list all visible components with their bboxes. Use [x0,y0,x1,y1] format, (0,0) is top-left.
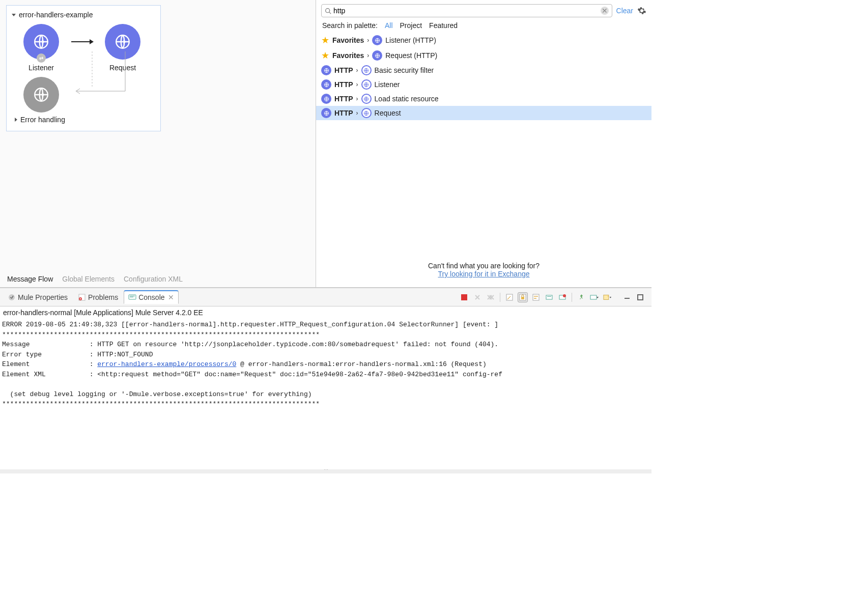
svg-rect-29 [547,296,551,297]
console-element-link[interactable]: error-handlers-example/processors/0 [97,360,236,368]
palette-item[interactable]: HTTP › Basic security filter [316,63,651,77]
tab-problems[interactable]: Problems [73,291,123,304]
filter-project[interactable]: Project [400,21,422,30]
view-tabbar: Mule Properties Problems Console ✕ [0,288,651,306]
chevron-right-icon: › [367,52,369,59]
palette-search-input[interactable] [331,7,601,15]
palette-category: Favorites [332,36,364,44]
chevron-right-icon: › [367,37,369,44]
scroll-lock-button[interactable] [518,292,528,302]
tab-console[interactable]: Console ✕ [124,290,178,304]
chevron-right-icon: › [356,67,358,74]
expand-toggle-icon[interactable] [15,118,17,122]
palette-category: Favorites [332,51,364,60]
tab-mule-properties[interactable]: Mule Properties [3,291,72,304]
flow-title-row[interactable]: error-handlers-example [11,9,156,24]
console-output[interactable]: ERROR 2019-08-05 21:49:38,323 [[error-ha… [0,319,651,414]
operation-icon [361,65,372,75]
open-console-menu[interactable] [589,292,600,302]
canvas-area[interactable]: error-handlers-example ⇄ Listener [0,0,316,271]
palette-item[interactable]: ★ Favorites › Request (HTTP) [316,48,651,63]
flow-title: error-handlers-example [19,11,93,19]
svg-rect-23 [461,294,467,300]
pin-console-button[interactable] [576,292,586,302]
star-icon: ★ [321,50,329,61]
palette-category: HTTP [334,95,353,103]
chevron-right-icon: › [356,95,358,102]
remove-all-button[interactable] [486,292,496,302]
operation-icon [372,50,382,61]
operation-icon [361,94,372,104]
tab-message-flow[interactable]: Message Flow [7,275,53,283]
palette-item[interactable]: HTTP › Request [316,106,651,120]
ghost-node[interactable] [16,77,67,113]
palette-results: ★ Favorites › Listener (HTTP)★ Favorites… [316,33,651,258]
svg-rect-21 [130,296,135,296]
flow-arrow [67,24,97,45]
svg-rect-22 [130,297,133,297]
globe-icon [23,77,59,113]
message-flow-canvas: error-handlers-example ⇄ Listener [0,0,316,287]
display-selected-button[interactable] [557,292,568,302]
svg-point-17 [9,294,15,300]
palette-item[interactable]: HTTP › Load static resource [316,92,651,106]
palette-item-label: Request [375,109,401,117]
svg-rect-32 [590,295,597,299]
error-handling-section[interactable]: Error handling [11,113,156,127]
maximize-view-button[interactable] [635,292,645,302]
palette-item[interactable]: ★ Favorites › Listener (HTTP) [316,33,651,48]
error-handling-label: Error handling [20,116,65,124]
palette-item[interactable]: HTTP › Listener [316,77,651,92]
console-run-header: error-handlers-normal [Mule Applications… [0,306,651,319]
bottom-panel: Mule Properties Problems Console ✕ [0,288,651,473]
svg-line-6 [329,12,331,13]
svg-rect-26 [521,297,524,299]
palette-item-label: Basic security filter [375,66,434,74]
exchange-badge-icon: ⇄ [37,53,46,63]
connector-icon [321,94,331,104]
filter-featured[interactable]: Featured [429,21,458,30]
properties-icon [8,293,16,301]
filter-all[interactable]: All [385,21,393,30]
mule-palette: ✕ Clear Search in palette: All Project F… [316,0,651,287]
new-console-menu[interactable] [603,292,613,302]
palette-search-box[interactable]: ✕ [321,4,612,17]
palette-category: HTTP [334,66,353,74]
connector-icon [321,65,331,75]
close-tab-icon[interactable]: ✕ [168,293,174,301]
console-toolbar [459,292,648,302]
collapse-toggle-icon[interactable] [12,14,16,16]
svg-rect-27 [533,294,539,300]
problems-icon [78,293,86,301]
flow-container[interactable]: error-handlers-example ⇄ Listener [6,5,161,131]
connector-icon [321,79,331,90]
minimize-view-button[interactable] [622,292,632,302]
tab-global-elements[interactable]: Global Elements [62,275,115,283]
connector-icon [321,108,331,118]
operation-icon [361,108,372,118]
tab-configuration-xml[interactable]: Configuration XML [124,275,183,283]
remove-launch-button[interactable] [472,292,483,302]
canvas-tab-bar: Message Flow Global Elements Configurati… [0,271,316,287]
palette-item-label: Listener [375,80,400,89]
show-console-button[interactable] [544,292,554,302]
search-icon [325,8,331,14]
exchange-link[interactable]: Try looking for it in Exchange [438,270,529,278]
word-wrap-button[interactable] [531,292,541,302]
chevron-right-icon: › [356,81,358,88]
clear-console-button[interactable] [504,292,515,302]
filter-label: Search in palette: [322,21,378,30]
star-icon: ★ [321,35,329,46]
terminate-button[interactable] [459,292,469,302]
listener-node[interactable]: ⇄ Listener [16,24,67,72]
clear-search-icon[interactable]: ✕ [601,7,609,15]
palette-footer: Can't find what you are looking for? Try… [316,258,651,287]
palette-filter-row: Search in palette: All Project Featured [316,19,651,33]
clear-search-link[interactable]: Clear [616,7,633,15]
console-icon [128,293,136,301]
sash-handle[interactable] [0,469,651,473]
gear-icon[interactable] [637,6,646,15]
svg-rect-28 [546,295,552,299]
operation-icon [372,35,382,45]
palette-category: HTTP [334,109,353,117]
